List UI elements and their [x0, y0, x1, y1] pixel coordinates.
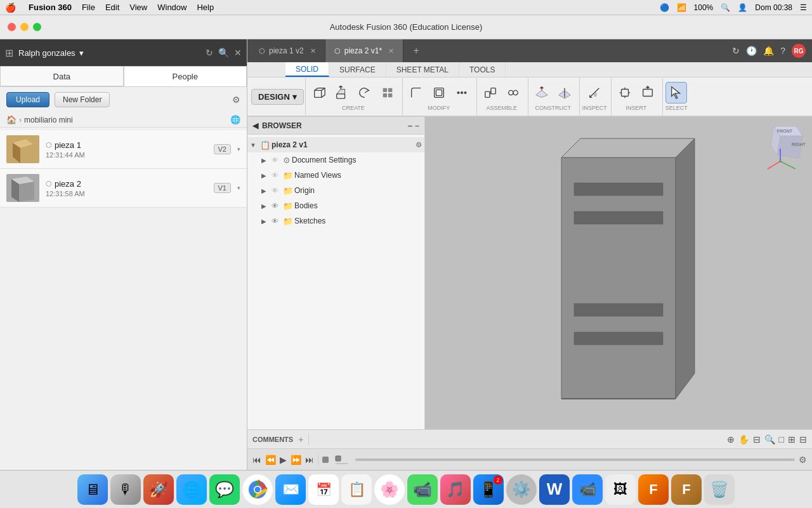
dock-safari[interactable]: 🌐 — [176, 474, 207, 505]
dock-siri[interactable]: 🎙 — [110, 474, 141, 505]
tree-node-bodies[interactable]: ▶ 👁 📁 Bodies — [247, 198, 424, 213]
construct-axis-button[interactable] — [554, 82, 575, 104]
apple-menu[interactable]: 🍎 — [5, 3, 16, 13]
tree-root-node[interactable]: ▼ 📋 pieza 2 v1 ⚙ — [247, 137, 424, 152]
close-button[interactable] — [8, 23, 16, 31]
tab-people[interactable]: People — [124, 66, 247, 86]
menubar-edit[interactable]: Edit — [105, 3, 119, 12]
tree-node-origin[interactable]: ▶ 👁 📁 Origin — [247, 183, 424, 198]
viewport-3d[interactable]: FRONT RIGHT — [425, 117, 812, 429]
dock-launchpad[interactable]: 🚀 — [143, 474, 174, 505]
tab-add-button[interactable]: + — [406, 39, 426, 62]
revolve-button[interactable] — [354, 82, 376, 104]
zoom-icon[interactable]: 🔍 — [764, 434, 775, 444]
design-button[interactable]: DESIGN ▾ — [251, 89, 304, 105]
tab-user-avatar[interactable]: RG — [792, 44, 806, 58]
upload-button[interactable]: Upload — [6, 92, 49, 107]
grid-icon[interactable]: ⊞ — [5, 47, 13, 59]
tree-vis-sketches[interactable]: 👁 — [272, 217, 282, 225]
insert-btn1[interactable] — [614, 82, 636, 104]
tree-collapse-arrow[interactable]: ▼ — [250, 142, 259, 149]
tab-bell-icon[interactable]: 🔔 — [763, 46, 774, 56]
tree-vis-doc[interactable]: 👁 — [272, 156, 282, 164]
tree-arrow-doc[interactable]: ▶ — [261, 157, 270, 164]
menubar-window[interactable]: Window — [157, 3, 187, 12]
tab-clock-icon[interactable]: 🕐 — [746, 46, 757, 56]
tree-node-document-settings[interactable]: ▶ 👁 ⚙ Document Settings — [247, 152, 424, 168]
toolbar-tab-tools[interactable]: TOOLS — [459, 62, 506, 77]
dock-settings[interactable]: ⚙️ — [506, 474, 537, 505]
dock-whatsapp[interactable]: 💬 — [209, 474, 240, 505]
maximize-button[interactable] — [33, 23, 41, 31]
menubar-app[interactable]: Fusion 360 — [29, 3, 72, 12]
dock-fusion-2[interactable]: F — [671, 474, 702, 505]
menubar-help[interactable]: Help — [197, 3, 214, 12]
anim-play-button[interactable]: ▶ — [280, 455, 287, 465]
tree-vis-views[interactable]: 👁 — [272, 171, 282, 179]
file-version-1[interactable]: V2 — [214, 144, 231, 154]
tab-pieza1[interactable]: ⬡ pieza 1 v2 ✕ — [250, 39, 325, 62]
browser-collapse-icon[interactable]: ◀ — [252, 121, 258, 130]
dock-preview[interactable]: 🖼 — [605, 474, 636, 505]
home-icon[interactable]: 🏠 — [6, 115, 16, 124]
tab-pieza2[interactable]: ⬡ pieza 2 v1* ✕ — [325, 39, 403, 62]
anim-timeline[interactable] — [355, 458, 795, 461]
tree-arrow-sketches[interactable]: ▶ — [261, 218, 270, 225]
dock-facetime[interactable]: 📹 — [407, 474, 438, 505]
settings-icon[interactable]: ⚙ — [232, 95, 240, 105]
create-box-button[interactable] — [308, 82, 330, 104]
menubar-file[interactable]: File — [82, 3, 95, 12]
modify-more-button[interactable] — [451, 82, 473, 104]
assemble-btn2[interactable] — [502, 82, 524, 104]
viewcube[interactable]: FRONT RIGHT — [755, 123, 806, 174]
list-item[interactable]: ⬡ pieza 1 12:31:44 AM V2 ▾ — [0, 130, 247, 169]
tab-help-icon[interactable]: ? — [780, 46, 785, 56]
tab-refresh-icon[interactable]: ↻ — [732, 46, 740, 56]
search-icon[interactable]: 🔍 — [721, 3, 730, 12]
select-button[interactable] — [665, 82, 687, 104]
anim-prev-button[interactable]: ⏪ — [265, 455, 276, 465]
minimize-button[interactable] — [20, 23, 29, 31]
tab-data[interactable]: Data — [0, 66, 124, 86]
tree-arrow-bodies[interactable]: ▶ — [261, 203, 270, 210]
toolbar-tab-surface[interactable]: SURFACE — [329, 62, 386, 77]
globe-icon[interactable]: 🌐 — [230, 115, 240, 124]
orbit-icon[interactable]: ⊕ — [727, 434, 735, 444]
menu-icon[interactable]: ☰ — [800, 3, 807, 12]
dock-appstore[interactable]: 📱 2 — [473, 474, 504, 505]
tab-close-2[interactable]: ✕ — [388, 47, 394, 55]
dock-finder[interactable]: 🖥 — [77, 474, 108, 505]
tab-close-1[interactable]: ✕ — [310, 47, 316, 55]
dock-photos[interactable]: 🌸 — [374, 474, 405, 505]
toolbar-tab-solid[interactable]: SOLID — [285, 62, 329, 77]
tree-node-sketches[interactable]: ▶ 👁 📁 Sketches — [247, 213, 424, 229]
tree-settings-icon[interactable]: ⚙ — [416, 141, 422, 149]
fillet-button[interactable] — [405, 82, 427, 104]
pan-icon[interactable]: ✋ — [738, 434, 749, 444]
menubar-view[interactable]: View — [129, 3, 147, 12]
zoom-fit-icon[interactable]: ⊟ — [753, 434, 761, 444]
dock-fusion-1[interactable]: F — [638, 474, 669, 505]
search-panel-icon[interactable]: 🔍 — [218, 48, 229, 58]
extrude-button[interactable] — [331, 82, 353, 104]
dock-calendar[interactable]: 📅 — [308, 474, 339, 505]
anim-skip-end-button[interactable]: ⏭ — [305, 455, 314, 465]
anim-skip-start-button[interactable]: ⏮ — [252, 455, 261, 465]
dock-trash[interactable]: 🗑️ — [704, 474, 735, 505]
comments-add-icon[interactable]: + — [298, 434, 303, 444]
tree-vis-origin[interactable]: 👁 — [272, 187, 282, 194]
file-version-2[interactable]: V1 — [214, 183, 231, 193]
user-info[interactable]: Ralph gonzales ▾ — [18, 48, 200, 58]
toolbar-tab-sheetmetal[interactable]: SHEET METAL — [386, 62, 459, 77]
dock-zoom[interactable]: 📹 — [572, 474, 603, 505]
dock-mail[interactable]: ✉️ — [275, 474, 306, 505]
assemble-btn1[interactable] — [480, 82, 501, 104]
browser-close-icon[interactable]: – — [415, 121, 419, 130]
tree-arrow-origin[interactable]: ▶ — [261, 187, 270, 194]
display-settings-icon[interactable]: □ — [779, 434, 784, 444]
create-more-button[interactable] — [377, 82, 398, 104]
browser-minimize-icon[interactable]: – — [408, 121, 413, 131]
dock-reminders[interactable]: 📋 — [341, 474, 372, 505]
tree-arrow-views[interactable]: ▶ — [261, 172, 270, 179]
user-icon[interactable]: 👤 — [738, 3, 747, 12]
